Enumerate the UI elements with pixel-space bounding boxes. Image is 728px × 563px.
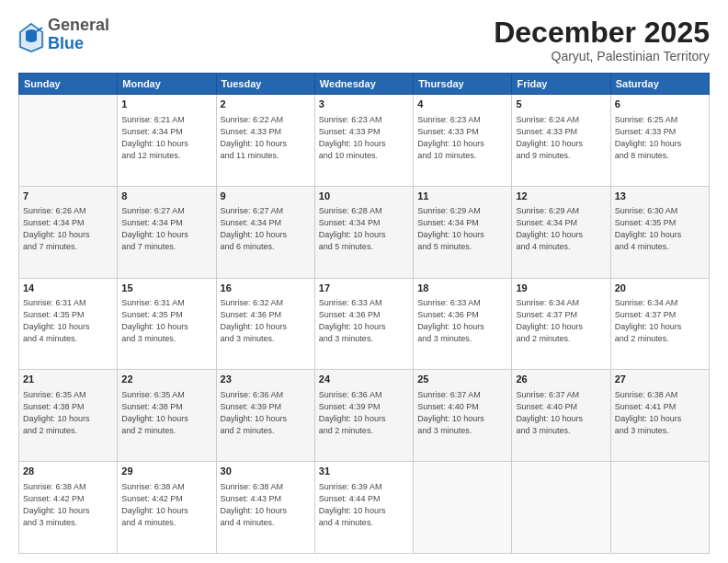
logo-general-text: General [48, 17, 109, 35]
day-info: Sunrise: 6:34 AM Sunset: 4:37 PM Dayligh… [615, 297, 705, 345]
day-number: 28 [23, 465, 113, 478]
day-number: 3 [319, 98, 409, 111]
day-info: Sunrise: 6:28 AM Sunset: 4:34 PM Dayligh… [319, 205, 409, 253]
day-number: 25 [417, 373, 507, 386]
day-info: Sunrise: 6:22 AM Sunset: 4:33 PM Dayligh… [221, 114, 311, 162]
calendar-cell: 5Sunrise: 6:24 AM Sunset: 4:33 PM Daylig… [512, 95, 610, 187]
day-number: 4 [417, 98, 507, 111]
month-title: December 2025 [494, 17, 710, 49]
calendar-week-5: 28Sunrise: 6:38 AM Sunset: 4:42 PM Dayli… [19, 462, 710, 554]
weekday-header-row: SundayMondayTuesdayWednesdayThursdayFrid… [19, 74, 710, 95]
day-info: Sunrise: 6:36 AM Sunset: 4:39 PM Dayligh… [221, 389, 311, 437]
day-info: Sunrise: 6:24 AM Sunset: 4:33 PM Dayligh… [516, 114, 606, 162]
weekday-header-sunday: Sunday [19, 74, 118, 95]
logo-text: General Blue [48, 17, 109, 53]
calendar-cell: 6Sunrise: 6:25 AM Sunset: 4:33 PM Daylig… [610, 95, 709, 187]
calendar-cell: 7Sunrise: 6:26 AM Sunset: 4:34 PM Daylig… [19, 186, 118, 278]
page: General Blue December 2025 Qaryut, Pales… [0, 0, 728, 563]
day-info: Sunrise: 6:21 AM Sunset: 4:34 PM Dayligh… [121, 114, 211, 162]
location-subtitle: Qaryut, Palestinian Territory [494, 49, 710, 63]
weekday-header-wednesday: Wednesday [314, 74, 413, 95]
day-number: 19 [516, 282, 606, 295]
calendar-cell: 24Sunrise: 6:36 AM Sunset: 4:39 PM Dayli… [314, 370, 413, 462]
calendar-cell: 13Sunrise: 6:30 AM Sunset: 4:35 PM Dayli… [610, 186, 709, 278]
day-info: Sunrise: 6:31 AM Sunset: 4:35 PM Dayligh… [23, 297, 113, 345]
weekday-header-monday: Monday [118, 74, 216, 95]
weekday-header-saturday: Saturday [610, 74, 709, 95]
calendar-week-2: 7Sunrise: 6:26 AM Sunset: 4:34 PM Daylig… [19, 186, 710, 278]
calendar-cell: 18Sunrise: 6:33 AM Sunset: 4:36 PM Dayli… [414, 278, 512, 370]
day-number: 12 [516, 190, 606, 203]
day-info: Sunrise: 6:26 AM Sunset: 4:34 PM Dayligh… [23, 205, 113, 253]
calendar-header: SundayMondayTuesdayWednesdayThursdayFrid… [19, 74, 710, 95]
day-number: 15 [121, 282, 211, 295]
day-info: Sunrise: 6:37 AM Sunset: 4:40 PM Dayligh… [516, 389, 606, 437]
logo: General Blue [18, 17, 109, 53]
day-number: 23 [221, 373, 311, 386]
calendar-cell: 1Sunrise: 6:21 AM Sunset: 4:34 PM Daylig… [118, 95, 216, 187]
day-number: 9 [221, 190, 311, 203]
day-number: 31 [319, 465, 409, 478]
day-number: 5 [516, 98, 606, 111]
calendar-cell: 4Sunrise: 6:23 AM Sunset: 4:33 PM Daylig… [414, 95, 512, 187]
calendar-cell: 31Sunrise: 6:39 AM Sunset: 4:44 PM Dayli… [314, 462, 413, 554]
day-info: Sunrise: 6:27 AM Sunset: 4:34 PM Dayligh… [121, 205, 211, 253]
calendar-cell: 14Sunrise: 6:31 AM Sunset: 4:35 PM Dayli… [19, 278, 118, 370]
calendar-cell: 12Sunrise: 6:29 AM Sunset: 4:34 PM Dayli… [512, 186, 610, 278]
header: General Blue December 2025 Qaryut, Pales… [18, 17, 710, 63]
calendar-cell: 10Sunrise: 6:28 AM Sunset: 4:34 PM Dayli… [314, 186, 413, 278]
calendar-cell: 29Sunrise: 6:38 AM Sunset: 4:42 PM Dayli… [118, 462, 216, 554]
day-info: Sunrise: 6:30 AM Sunset: 4:35 PM Dayligh… [615, 205, 705, 253]
day-number: 20 [615, 282, 705, 295]
calendar-cell [19, 95, 118, 187]
calendar-cell: 27Sunrise: 6:38 AM Sunset: 4:41 PM Dayli… [610, 370, 709, 462]
day-number: 10 [319, 190, 409, 203]
day-info: Sunrise: 6:37 AM Sunset: 4:40 PM Dayligh… [417, 389, 507, 437]
calendar-cell: 28Sunrise: 6:38 AM Sunset: 4:42 PM Dayli… [19, 462, 118, 554]
calendar-cell: 9Sunrise: 6:27 AM Sunset: 4:34 PM Daylig… [216, 186, 314, 278]
day-info: Sunrise: 6:23 AM Sunset: 4:33 PM Dayligh… [319, 114, 409, 162]
calendar-cell: 26Sunrise: 6:37 AM Sunset: 4:40 PM Dayli… [512, 370, 610, 462]
day-number: 6 [615, 98, 705, 111]
day-info: Sunrise: 6:33 AM Sunset: 4:36 PM Dayligh… [417, 297, 507, 345]
day-info: Sunrise: 6:31 AM Sunset: 4:35 PM Dayligh… [121, 297, 211, 345]
day-info: Sunrise: 6:38 AM Sunset: 4:41 PM Dayligh… [615, 389, 705, 437]
day-info: Sunrise: 6:38 AM Sunset: 4:42 PM Dayligh… [121, 481, 211, 529]
day-number: 18 [417, 282, 507, 295]
calendar-cell: 3Sunrise: 6:23 AM Sunset: 4:33 PM Daylig… [314, 95, 413, 187]
day-info: Sunrise: 6:34 AM Sunset: 4:37 PM Dayligh… [516, 297, 606, 345]
calendar-body: 1Sunrise: 6:21 AM Sunset: 4:34 PM Daylig… [19, 95, 710, 554]
calendar-cell [512, 462, 610, 554]
calendar-cell: 30Sunrise: 6:38 AM Sunset: 4:43 PM Dayli… [216, 462, 314, 554]
calendar-cell: 2Sunrise: 6:22 AM Sunset: 4:33 PM Daylig… [216, 95, 314, 187]
day-number: 11 [417, 190, 507, 203]
day-number: 8 [121, 190, 211, 203]
calendar-week-4: 21Sunrise: 6:35 AM Sunset: 4:38 PM Dayli… [19, 370, 710, 462]
calendar-week-1: 1Sunrise: 6:21 AM Sunset: 4:34 PM Daylig… [19, 95, 710, 187]
calendar-cell: 17Sunrise: 6:33 AM Sunset: 4:36 PM Dayli… [314, 278, 413, 370]
calendar-cell: 19Sunrise: 6:34 AM Sunset: 4:37 PM Dayli… [512, 278, 610, 370]
day-number: 7 [23, 190, 113, 203]
calendar-cell: 22Sunrise: 6:35 AM Sunset: 4:38 PM Dayli… [118, 370, 216, 462]
logo-blue-text: Blue [48, 35, 109, 53]
weekday-header-friday: Friday [512, 74, 610, 95]
day-info: Sunrise: 6:39 AM Sunset: 4:44 PM Dayligh… [319, 481, 409, 529]
day-number: 22 [121, 373, 211, 386]
day-info: Sunrise: 6:23 AM Sunset: 4:33 PM Dayligh… [417, 114, 507, 162]
day-info: Sunrise: 6:29 AM Sunset: 4:34 PM Dayligh… [516, 205, 606, 253]
weekday-header-tuesday: Tuesday [216, 74, 314, 95]
day-info: Sunrise: 6:27 AM Sunset: 4:34 PM Dayligh… [221, 205, 311, 253]
day-info: Sunrise: 6:32 AM Sunset: 4:36 PM Dayligh… [221, 297, 311, 345]
calendar-cell: 23Sunrise: 6:36 AM Sunset: 4:39 PM Dayli… [216, 370, 314, 462]
day-number: 21 [23, 373, 113, 386]
day-number: 16 [221, 282, 311, 295]
day-info: Sunrise: 6:36 AM Sunset: 4:39 PM Dayligh… [319, 389, 409, 437]
day-number: 14 [23, 282, 113, 295]
day-number: 29 [121, 465, 211, 478]
day-number: 27 [615, 373, 705, 386]
day-number: 17 [319, 282, 409, 295]
calendar-cell: 21Sunrise: 6:35 AM Sunset: 4:38 PM Dayli… [19, 370, 118, 462]
calendar-cell: 15Sunrise: 6:31 AM Sunset: 4:35 PM Dayli… [118, 278, 216, 370]
day-info: Sunrise: 6:33 AM Sunset: 4:36 PM Dayligh… [319, 297, 409, 345]
day-number: 2 [221, 98, 311, 111]
